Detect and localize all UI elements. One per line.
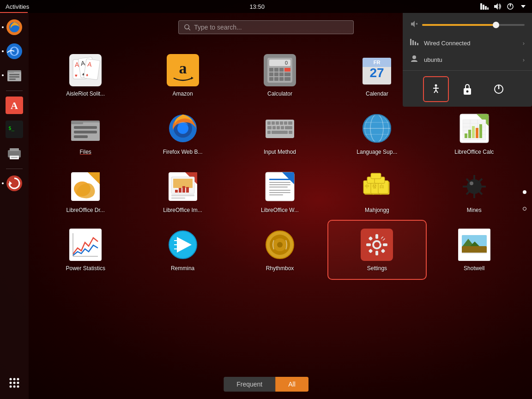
app-label-libreoffice-writer: LibreOffice W...	[261, 207, 299, 213]
svg-rect-65	[269, 77, 273, 81]
tray-power-button[interactable]	[487, 77, 511, 101]
sidebar-item-app-grid[interactable]	[4, 372, 25, 393]
sidebar-separator-2	[6, 169, 23, 169]
app-icon-files	[69, 112, 102, 145]
app-cell-libreoffice-impress[interactable]: LibreOffice Im...	[134, 163, 231, 221]
activities-button[interactable]: Activities	[0, 0, 35, 13]
svg-rect-127	[179, 188, 181, 193]
sidebar-item-font[interactable]: A	[4, 95, 25, 116]
app-cell-amazon[interactable]: a Amazon	[134, 46, 231, 104]
sidebar-item-printer[interactable]	[4, 143, 25, 164]
svg-point-82	[177, 123, 188, 134]
app-label-files: Files	[80, 149, 91, 155]
svg-text:♥: ♥	[75, 73, 78, 78]
sidebar-item-update[interactable]	[4, 173, 25, 194]
svg-rect-68	[284, 77, 290, 81]
app-cell-aisleriot[interactable]: A ♥ A ♠ A ♦ AisleRiot Solit...	[37, 46, 134, 104]
app-label-libreoffice-impress: LibreOffice Im...	[163, 207, 202, 213]
svg-rect-2	[485, 6, 487, 10]
tab-frequent[interactable]: Frequent	[224, 377, 275, 392]
volume-mute-icon[interactable]	[410, 20, 417, 30]
app-cell-libreoffice-draw[interactable]: LibreOffice Dr...	[37, 163, 134, 221]
scroll-dot-2	[523, 207, 526, 211]
svg-point-38	[185, 24, 189, 29]
svg-rect-131	[171, 197, 185, 199]
svg-line-160	[466, 191, 470, 194]
svg-text:發: 發	[372, 184, 377, 189]
app-cell-libreoffice-writer[interactable]: LibreOffice W...	[231, 163, 328, 221]
sidebar-item-firefox[interactable]	[4, 17, 25, 38]
app-label-mines: Mines	[467, 207, 482, 213]
sidebar-item-thunderbird[interactable]	[4, 41, 25, 62]
svg-rect-89	[284, 121, 287, 125]
tab-all[interactable]: All	[275, 377, 308, 392]
app-icon-rhythmbox	[263, 228, 296, 261]
svg-rect-139	[269, 194, 283, 195]
app-icon-libreoffice-calc	[458, 112, 491, 145]
app-icon-libreoffice-draw	[69, 170, 102, 203]
app-label-aisleriot: AisleRiot Solit...	[66, 91, 105, 97]
tray-network-item[interactable]: Wired Connected ›	[403, 35, 532, 51]
app-cell-calculator[interactable]: 0 Calculator	[231, 46, 328, 104]
clock: 13:50	[249, 3, 265, 10]
sidebar-dot-update	[2, 182, 4, 184]
network-indicator-icon[interactable]	[479, 1, 490, 12]
app-icon-mahjongg: 中 發 白	[360, 170, 393, 203]
sidebar-separator-1	[6, 91, 23, 91]
volume-icon[interactable]	[492, 1, 502, 12]
sidebar-item-files[interactable]	[4, 65, 25, 86]
app-cell-mines[interactable]: Mines	[426, 163, 523, 221]
search-input[interactable]	[194, 24, 348, 31]
svg-point-209	[466, 91, 469, 93]
sidebar-item-terminal[interactable]: $_	[4, 119, 25, 140]
tray-user-label: ubuntu	[424, 56, 442, 63]
svg-rect-87	[276, 121, 279, 125]
svg-rect-3	[487, 7, 489, 10]
app-label-rhythmbox: Rhythmbox	[266, 265, 294, 272]
power-icon[interactable]	[505, 1, 515, 12]
app-cell-remmina[interactable]: Remmina	[134, 221, 231, 279]
power-dropdown-icon[interactable]	[518, 1, 528, 12]
svg-point-35	[10, 386, 12, 388]
app-label-shotwell: Shotwell	[464, 265, 484, 272]
app-cell-input-method[interactable]: Input Method	[231, 104, 328, 163]
app-cell-shotwell[interactable]: Shotwell	[426, 221, 523, 279]
app-label-language-support: Language Sup...	[357, 149, 397, 155]
svg-text:0: 0	[285, 60, 288, 66]
svg-rect-93	[277, 126, 280, 129]
svg-rect-134	[269, 182, 290, 183]
tray-network-icon	[410, 39, 418, 47]
app-label-firefox: Firefox Web B...	[163, 149, 203, 155]
svg-rect-200	[415, 42, 416, 45]
app-cell-language-support[interactable]: Language Sup...	[328, 104, 425, 163]
tray-user-item[interactable]: ubuntu ›	[403, 51, 532, 68]
app-cell-power-statistics[interactable]: Power Statistics	[37, 221, 134, 279]
app-cell-mahjongg[interactable]: 中 發 白 Mahjongg	[328, 163, 425, 221]
app-icon-mines	[458, 170, 491, 203]
volume-slider[interactable]	[422, 24, 525, 26]
app-cell-firefox[interactable]: Firefox Web B...	[134, 104, 231, 163]
svg-rect-135	[269, 184, 290, 185]
svg-rect-88	[280, 121, 283, 125]
svg-rect-15	[9, 70, 14, 73]
svg-marker-7	[521, 5, 526, 8]
tray-lock-button[interactable]	[455, 77, 479, 101]
app-cell-settings[interactable]: Settings	[328, 221, 425, 279]
svg-rect-78	[74, 131, 97, 133]
app-cell-files[interactable]: Files	[37, 104, 134, 163]
tray-accessibility-button[interactable]	[424, 77, 448, 101]
app-cell-libreoffice-calc[interactable]: LibreOffice Calc	[426, 104, 523, 163]
svg-rect-96	[267, 131, 271, 134]
app-icon-amazon: a	[166, 54, 200, 87]
svg-point-37	[17, 386, 19, 388]
app-cell-rhythmbox[interactable]: Rhythmbox	[231, 221, 328, 279]
svg-rect-57	[269, 68, 273, 72]
app-label-calculator: Calculator	[267, 91, 292, 97]
svg-rect-177	[375, 234, 378, 239]
svg-line-158	[479, 191, 482, 194]
svg-rect-18	[9, 79, 16, 80]
svg-rect-97	[272, 131, 288, 134]
topbar-right	[479, 1, 532, 12]
svg-point-176	[374, 242, 380, 248]
svg-rect-66	[274, 77, 278, 81]
